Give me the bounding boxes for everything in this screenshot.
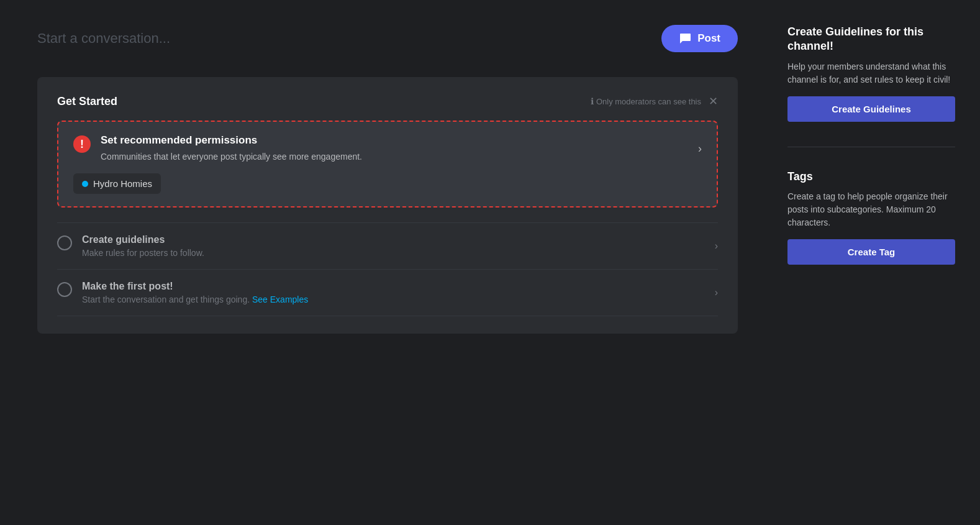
circle-check-post	[57, 282, 72, 297]
first-post-desc: Start the conversation and get things go…	[82, 294, 705, 304]
permissions-card-desc: Communities that let everyone post typic…	[101, 150, 362, 163]
guidelines-title: Create guidelines	[82, 234, 705, 245]
chat-bubble-icon	[679, 32, 691, 45]
guidelines-widget-title: Create Guidelines for this channel!	[787, 25, 955, 54]
post-button[interactable]: Post	[661, 25, 738, 52]
guidelines-content: Create guidelines Make rules for posters…	[82, 234, 705, 258]
chevron-right-guidelines-icon: ›	[715, 240, 718, 252]
tags-widget-title: Tags	[787, 170, 955, 184]
create-guidelines-button[interactable]: Create Guidelines	[787, 96, 955, 122]
see-examples-link[interactable]: See Examples	[252, 294, 308, 304]
info-icon: ℹ	[591, 96, 594, 106]
permissions-card[interactable]: ! Set recommended permissions Communitie…	[57, 121, 718, 208]
get-started-header: Get Started ℹ Only moderators can see th…	[57, 94, 718, 108]
close-icon: ✕	[709, 95, 718, 107]
tags-widget: Tags Create a tag to help people organiz…	[787, 170, 955, 265]
guidelines-desc: Make rules for posters to follow.	[82, 248, 705, 258]
divider	[787, 147, 955, 147]
guidelines-widget-desc: Help your members understand what this c…	[787, 60, 955, 86]
first-post-content: Make the first post! Start the conversat…	[82, 281, 705, 304]
svg-text:!: !	[80, 138, 84, 150]
get-started-section: Get Started ℹ Only moderators can see th…	[37, 77, 738, 334]
get-started-title: Get Started	[57, 95, 117, 108]
tag-badge: Hydro Homies	[73, 173, 161, 194]
chevron-right-post-icon: ›	[715, 287, 718, 298]
tags-widget-desc: Create a tag to help people organize the…	[787, 190, 955, 229]
alert-icon: !	[73, 135, 91, 153]
chevron-right-icon: ›	[698, 142, 702, 155]
first-post-item[interactable]: Make the first post! Start the conversat…	[57, 269, 718, 316]
create-guidelines-item[interactable]: Create guidelines Make rules for posters…	[57, 222, 718, 269]
conversation-placeholder: Start a conversation...	[37, 30, 170, 47]
moderator-note: Only moderators can see this	[596, 97, 701, 106]
conversation-bar: Start a conversation... Post	[37, 25, 738, 52]
close-button[interactable]: ✕	[704, 94, 718, 108]
create-tag-button[interactable]: Create Tag	[787, 239, 955, 265]
permissions-card-text: Set recommended permissions Communities …	[101, 134, 362, 163]
circle-check-guidelines	[57, 235, 72, 250]
guidelines-widget: Create Guidelines for this channel! Help…	[787, 25, 955, 122]
permissions-card-title: Set recommended permissions	[101, 134, 362, 147]
first-post-title: Make the first post!	[82, 281, 705, 292]
right-panel: Create Guidelines for this channel! Help…	[769, 0, 980, 525]
tag-label: Hydro Homies	[93, 178, 152, 189]
tag-dot	[82, 181, 88, 187]
